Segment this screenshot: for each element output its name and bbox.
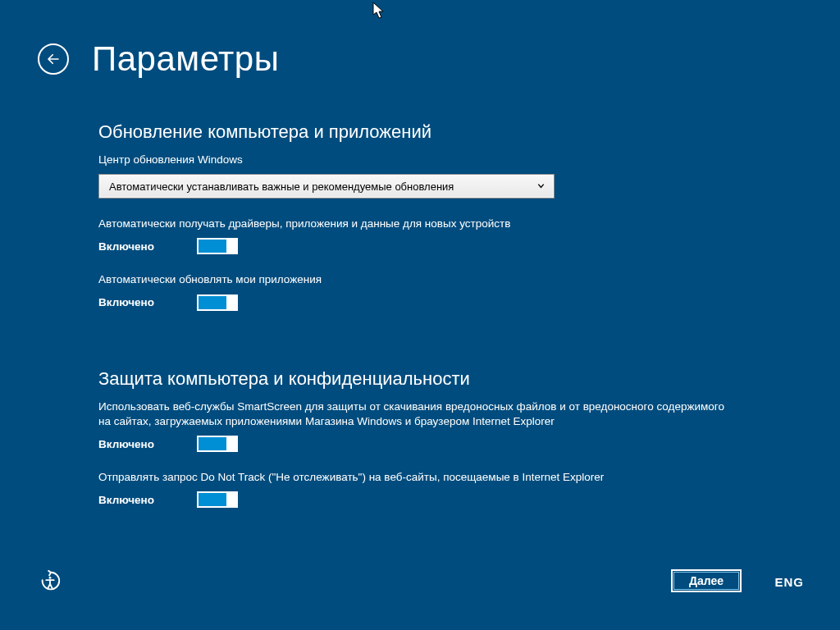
ease-of-access-icon <box>38 569 62 594</box>
ease-of-access-button[interactable] <box>38 569 62 594</box>
language-indicator[interactable]: ENG <box>774 575 804 589</box>
auto-apps-state: Включено <box>98 296 197 308</box>
svg-point-1 <box>49 577 52 579</box>
windows-update-dropdown[interactable]: Автоматически устанавливать важные и рек… <box>98 174 555 199</box>
arrow-left-icon <box>46 52 61 66</box>
auto-apps-label: Автоматически обновлять мои приложения <box>98 272 791 287</box>
auto-drivers-label: Автоматически получать драйверы, приложе… <box>98 217 791 231</box>
next-button-label: Далее <box>689 574 724 587</box>
smartscreen-label: Использовать веб-службы SmartScreen для … <box>98 399 738 429</box>
chevron-down-icon <box>536 181 546 192</box>
next-button[interactable]: Далее <box>671 569 742 592</box>
windows-update-label: Центр обновления Windows <box>98 153 791 167</box>
section-updates-heading: Обновление компьютера и приложений <box>98 121 791 143</box>
svg-marker-6 <box>373 2 383 18</box>
auto-drivers-state: Включено <box>98 240 197 253</box>
dnt-state: Включено <box>98 494 197 506</box>
dnt-label: Отправлять запрос Do Not Track ("Не отсл… <box>98 470 791 485</box>
smartscreen-state: Включено <box>98 438 197 450</box>
back-button[interactable] <box>38 43 69 75</box>
page-title: Параметры <box>92 39 279 79</box>
auto-apps-toggle[interactable] <box>197 294 238 311</box>
auto-drivers-toggle[interactable] <box>197 238 238 254</box>
section-privacy-heading: Защита компьютера и конфиденциальности <box>98 368 791 390</box>
windows-update-selected: Автоматически устанавливать важные и рек… <box>109 180 454 193</box>
smartscreen-toggle[interactable] <box>197 436 238 452</box>
svg-line-5 <box>50 584 52 589</box>
dnt-toggle[interactable] <box>197 491 238 508</box>
cursor-icon <box>372 2 386 23</box>
